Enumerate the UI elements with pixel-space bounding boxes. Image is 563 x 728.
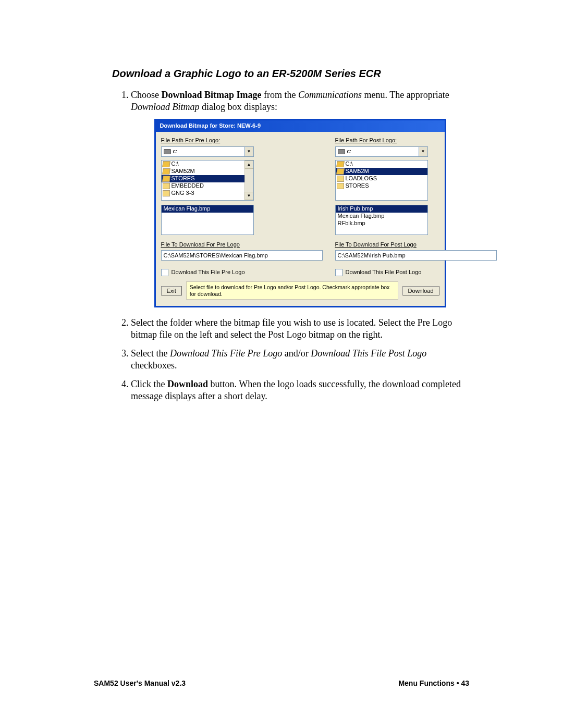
scrollbar[interactable]: ▲ ▼ — [244, 161, 253, 200]
t: Download — [167, 379, 208, 389]
post-drive-combo[interactable]: c: ▼ — [335, 146, 428, 157]
folder-icon — [337, 176, 344, 182]
folder-row[interactable]: STORES — [336, 182, 427, 190]
hint-box: Select file to download for Pre Logo and… — [186, 281, 398, 300]
drive-text: c: — [173, 148, 244, 155]
t: Download Bitmap — [131, 102, 200, 112]
scroll-up-icon[interactable]: ▲ — [244, 161, 254, 169]
post-folder-list[interactable]: C:\SAM52MLOADLOGSSTORES — [335, 160, 428, 201]
folder-name: C:\ — [346, 161, 353, 168]
step-2: Select the folder where the bitmap file … — [131, 317, 469, 340]
pre-drive-combo[interactable]: c: ▼ — [161, 146, 254, 157]
t: and/or — [282, 348, 311, 359]
pre-download-checkbox[interactable] — [161, 269, 168, 276]
disk-icon — [338, 149, 345, 154]
file-row[interactable]: Mexican Flag.bmp — [336, 213, 427, 220]
pre-path-label: File Path For Pre Logo: — [161, 137, 323, 144]
t: Select the — [131, 348, 170, 359]
post-path-label: File Path For Post Logo: — [335, 137, 497, 144]
folder-open-icon — [336, 161, 345, 167]
t: Download This File Pre Logo — [170, 348, 282, 359]
footer-right: Menu Functions • 43 — [398, 679, 469, 687]
folder-row[interactable]: STORES — [162, 175, 253, 182]
t: Download Bitmap Image — [162, 90, 262, 100]
step-3: Select the Download This File Pre Logo a… — [131, 348, 469, 371]
folder-row[interactable]: C:\ — [162, 161, 253, 168]
folder-name: STORES — [346, 182, 369, 190]
folder-row[interactable]: GNG 3-3 — [162, 190, 253, 197]
t: checkboxes. — [131, 360, 177, 371]
download-bitmap-dialog: Download Bitmap for Store: NEW-6-9 File … — [154, 119, 446, 307]
folder-name: C:\ — [172, 161, 179, 168]
download-button[interactable]: Download — [402, 286, 439, 295]
post-file-path-field[interactable]: C:\SAM52M\Irish Pub.bmp — [335, 250, 497, 261]
post-checkbox-label: Download This File Post Logo — [346, 269, 422, 276]
file-row[interactable]: Mexican Flag.bmp — [162, 205, 253, 213]
pre-logo-column: File Path For Pre Logo: c: ▼ C:\SAM52MST… — [161, 137, 323, 280]
page-heading: Download a Graphic Logo to an ER-5200M S… — [112, 68, 469, 80]
folder-row[interactable]: C:\ — [336, 161, 427, 168]
t: dialog box displays: — [200, 102, 278, 112]
folder-open-icon — [162, 168, 170, 175]
folder-row[interactable]: EMBEDDED — [162, 182, 253, 190]
chevron-down-icon[interactable]: ▼ — [419, 147, 427, 156]
drive-text: c: — [347, 148, 419, 155]
disk-icon — [164, 149, 171, 154]
folder-row[interactable]: SAM52M — [336, 168, 427, 175]
t: Communications — [298, 90, 362, 100]
folder-name: SAM52M — [346, 168, 369, 175]
folder-icon — [337, 183, 344, 189]
footer-left: SAM52 User's Manual v2.3 — [94, 679, 186, 687]
pre-file-list[interactable]: Mexican Flag.bmp — [161, 205, 254, 235]
post-logo-column: File Path For Post Logo: c: ▼ C:\SAM52ML… — [335, 137, 497, 280]
step-1: Choose Download Bitmap Image from the Co… — [131, 89, 469, 307]
folder-open-icon — [162, 161, 170, 167]
post-download-checkbox[interactable] — [335, 269, 342, 276]
t: Choose — [131, 90, 162, 100]
post-file-label: File To Download For Post Logo — [335, 241, 497, 249]
folder-open-icon — [336, 168, 345, 175]
pre-file-label: File To Download For Pre Logo — [161, 241, 323, 249]
folder-name: STORES — [172, 175, 195, 182]
folder-name: SAM52M — [172, 168, 195, 175]
pre-folder-list[interactable]: C:\SAM52MSTORESEMBEDDEDGNG 3-3 ▲ ▼ — [161, 160, 254, 201]
folder-name: GNG 3-3 — [172, 190, 194, 197]
folder-icon — [163, 183, 170, 189]
t: Click the — [131, 379, 167, 389]
pre-checkbox-label: Download This File Pre Logo — [172, 269, 245, 276]
post-file-list[interactable]: Irish Pub.bmpMexican Flag.bmpRFblk.bmp — [335, 205, 428, 235]
scroll-down-icon[interactable]: ▼ — [244, 192, 254, 200]
file-row[interactable]: Irish Pub.bmp — [336, 205, 427, 213]
folder-row[interactable]: SAM52M — [162, 168, 253, 175]
chevron-down-icon[interactable]: ▼ — [244, 147, 253, 156]
t: menu. The appropriate — [362, 90, 449, 100]
dialog-titlebar: Download Bitmap for Store: NEW-6-9 — [156, 120, 445, 132]
step-4: Click the Download button. When the logo… — [131, 378, 469, 402]
folder-name: EMBEDDED — [172, 182, 204, 190]
t: from the — [262, 90, 298, 100]
file-row[interactable]: RFblk.bmp — [336, 220, 427, 227]
folder-name: LOADLOGS — [346, 175, 377, 182]
folder-open-icon — [162, 176, 170, 182]
folder-row[interactable]: LOADLOGS — [336, 175, 427, 182]
pre-file-path-field[interactable]: C:\SAM52M\STORES\Mexican Flag.bmp — [161, 250, 323, 261]
exit-button[interactable]: Exit — [161, 286, 182, 295]
t: Download This File Post Logo — [311, 348, 426, 359]
folder-icon — [163, 190, 170, 196]
